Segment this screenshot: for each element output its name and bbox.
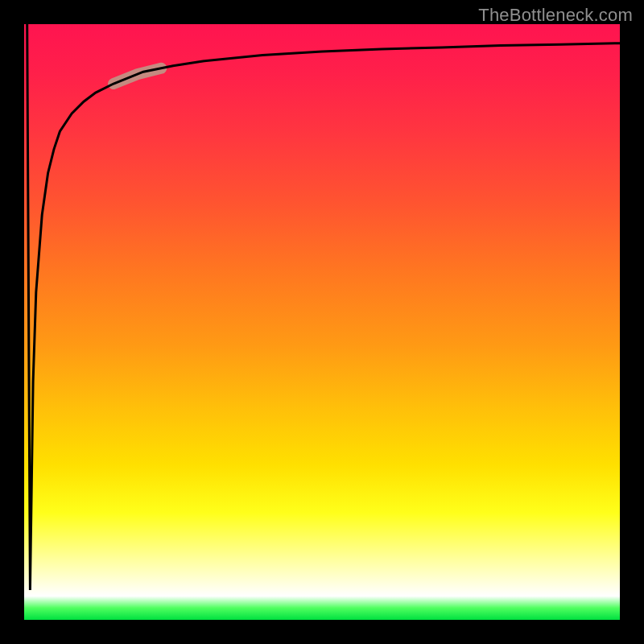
main-curve bbox=[27, 24, 620, 590]
chart-stage: TheBottleneck.com bbox=[0, 0, 644, 644]
plot-area bbox=[24, 24, 620, 620]
curve-layer bbox=[24, 24, 620, 620]
attribution-text: TheBottleneck.com bbox=[478, 5, 633, 26]
